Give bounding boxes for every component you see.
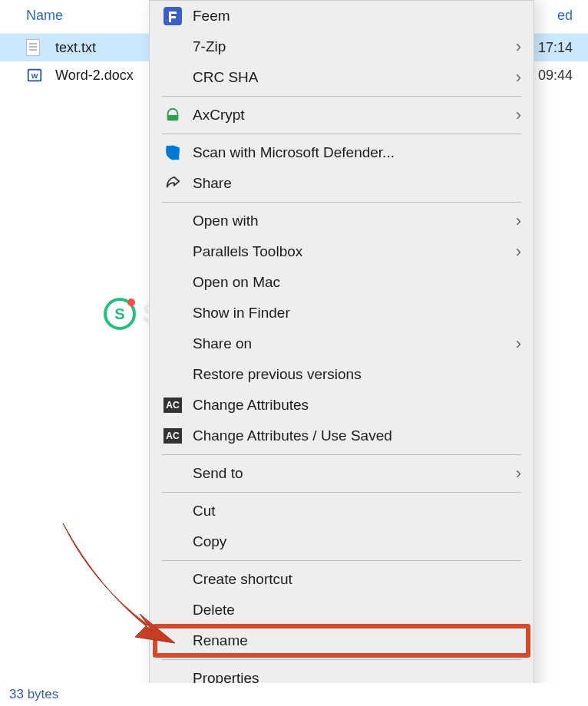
menu-separator xyxy=(162,96,521,97)
blank-icon xyxy=(164,570,182,589)
shield-icon xyxy=(164,144,182,162)
menu-item-label: Change Attributes / Use Saved xyxy=(193,427,521,444)
chevron-right-icon: › xyxy=(516,68,521,87)
blank-icon xyxy=(164,68,182,87)
menu-item-open-on-mac[interactable]: Open on Mac xyxy=(150,267,533,298)
menu-separator xyxy=(162,202,521,203)
menu-item-rename[interactable]: Rename xyxy=(150,625,533,656)
blank-icon xyxy=(164,464,182,483)
menu-item-open-with[interactable]: Open with› xyxy=(150,206,533,236)
menu-item-label: AxCrypt xyxy=(193,107,510,124)
blank-icon xyxy=(164,242,182,261)
menu-item-send-to[interactable]: Send to› xyxy=(150,458,533,489)
menu-separator xyxy=(162,560,521,561)
menu-item-label: Show in Finder xyxy=(193,305,521,322)
menu-item-delete[interactable]: Delete xyxy=(150,595,533,625)
menu-separator xyxy=(162,134,521,134)
blank-icon xyxy=(164,502,182,520)
status-size: 33 bytes xyxy=(9,687,58,702)
blank-icon xyxy=(164,212,182,230)
txt-file-icon xyxy=(26,39,43,56)
blank-icon xyxy=(164,38,182,56)
ac-icon: AC xyxy=(164,396,182,414)
menu-item-parallels-toolbox[interactable]: Parallels Toolbox› xyxy=(150,236,533,267)
blank-icon xyxy=(164,304,182,322)
menu-item-label: Parallels Toolbox xyxy=(193,243,510,260)
context-menu: Feem7-Zip›CRC SHA›AxCrypt›Scan with Micr… xyxy=(149,0,534,699)
blank-icon xyxy=(164,335,182,353)
menu-item-label: 7-Zip xyxy=(193,38,510,55)
menu-item-change-attributes[interactable]: ACChange Attributes xyxy=(150,390,533,421)
axcrypt-icon xyxy=(164,106,182,124)
chevron-right-icon: › xyxy=(516,37,521,57)
chevron-right-icon: › xyxy=(516,211,521,231)
chevron-right-icon: › xyxy=(516,334,521,354)
share-icon xyxy=(164,174,182,193)
svg-rect-5 xyxy=(167,146,173,153)
file-modified-time: 09:44 xyxy=(538,68,588,84)
menu-item-label: Change Attributes xyxy=(193,397,521,414)
chevron-right-icon: › xyxy=(516,105,521,125)
menu-item-label: Rename xyxy=(193,632,521,649)
menu-item-share[interactable]: Share xyxy=(150,168,533,199)
svg-rect-6 xyxy=(173,153,179,160)
blank-icon xyxy=(164,365,182,384)
menu-item-label: Create shortcut xyxy=(193,571,521,588)
menu-item-label: Feem xyxy=(193,8,521,25)
menu-item-label: Restore previous versions xyxy=(193,366,521,383)
menu-item-label: Open with xyxy=(193,213,510,229)
menu-item-create-shortcut[interactable]: Create shortcut xyxy=(150,564,533,595)
menu-separator xyxy=(162,492,521,493)
chevron-right-icon: › xyxy=(516,242,521,262)
menu-item-label: CRC SHA xyxy=(193,69,510,86)
menu-item-7-zip[interactable]: 7-Zip› xyxy=(150,31,533,62)
menu-item-label: Cut xyxy=(193,503,521,520)
menu-separator xyxy=(162,659,521,660)
menu-item-label: Share on xyxy=(193,335,510,352)
menu-item-label: Copy xyxy=(193,533,521,550)
menu-item-feem[interactable]: Feem xyxy=(150,1,533,31)
chevron-right-icon: › xyxy=(516,464,521,483)
menu-item-label: Share xyxy=(193,175,521,192)
svg-text:W: W xyxy=(31,72,38,80)
menu-item-restore-previous-versions[interactable]: Restore previous versions xyxy=(150,359,533,390)
menu-item-show-in-finder[interactable]: Show in Finder xyxy=(150,298,533,328)
blank-icon xyxy=(164,632,182,650)
ac-icon: AC xyxy=(164,427,182,445)
feem-icon xyxy=(164,7,182,25)
menu-item-label: Scan with Microsoft Defender... xyxy=(193,144,521,161)
blank-icon xyxy=(164,601,182,619)
menu-item-share-on[interactable]: Share on› xyxy=(150,328,533,359)
menu-item-cut[interactable]: Cut xyxy=(150,496,533,526)
file-modified-time: 17:14 xyxy=(538,40,588,56)
blank-icon xyxy=(164,533,182,551)
svg-rect-4 xyxy=(167,115,179,120)
menu-item-label: Delete xyxy=(193,602,521,619)
blank-icon xyxy=(164,273,182,292)
docx-file-icon: W xyxy=(26,67,43,84)
menu-item-copy[interactable]: Copy xyxy=(150,526,533,557)
menu-item-axcrypt[interactable]: AxCrypt› xyxy=(150,100,533,130)
menu-separator xyxy=(162,454,521,455)
menu-item-scan-with-microsoft-defender[interactable]: Scan with Microsoft Defender... xyxy=(150,137,533,168)
status-bar: 33 bytes xyxy=(0,683,588,706)
menu-item-change-attributes-use-saved[interactable]: ACChange Attributes / Use Saved xyxy=(150,421,533,451)
menu-item-crc-sha[interactable]: CRC SHA› xyxy=(150,62,533,93)
menu-item-label: Open on Mac xyxy=(193,274,521,291)
menu-item-label: Send to xyxy=(193,465,510,482)
